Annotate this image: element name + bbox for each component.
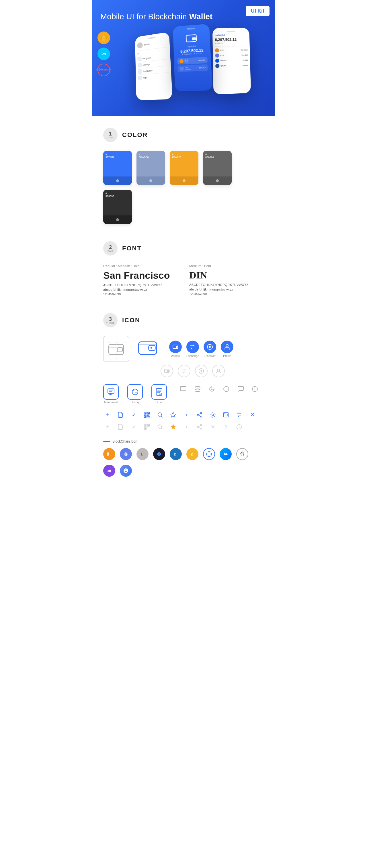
gear-icon: [209, 411, 217, 419]
svg-point-71: [200, 416, 202, 418]
font-title: FONT: [122, 245, 142, 252]
dash-icon: D: [170, 448, 182, 460]
arrow-right-grey-icon: [222, 423, 230, 431]
svg-point-48: [195, 386, 200, 388]
svg-point-69: [200, 412, 202, 414]
font-col-din: Medium ' Bold DIN ABCDEFGHIJKLMNOPQRSTUV…: [189, 264, 264, 296]
wallet-icon-colored: [138, 338, 158, 360]
swatch-blue: #3574FA: [103, 151, 132, 185]
hero-title-regular: Mobile UI for Blockchain: [101, 12, 189, 21]
phones-container: Profile All Mangment Message Real Estate: [101, 25, 266, 99]
crystal-icon: [236, 448, 248, 460]
hero-badges: Ps 60+ Screens: [97, 32, 110, 76]
svg-rect-6: [192, 37, 196, 40]
svg-point-30: [200, 370, 202, 372]
layers-icon: [193, 384, 202, 394]
zcash-icon: Z: [186, 448, 198, 460]
svg-rect-27: [167, 370, 169, 372]
icon-profile: Profile: [221, 341, 233, 358]
export-icon: [222, 411, 230, 419]
ethereum-icon: [120, 448, 132, 460]
svg-point-94: [239, 425, 239, 426]
cancel-grey-icon: ✕: [209, 423, 217, 431]
svg-rect-59: [148, 413, 149, 414]
svg-point-88: [197, 426, 199, 428]
hero-title: Mobile UI for Blockchain Wallet: [101, 11, 266, 22]
svg-line-72: [199, 413, 201, 414]
swatch-dark: #303030: [103, 190, 132, 224]
diamond-icon: [153, 448, 165, 460]
svg-line-90: [199, 425, 201, 427]
sketch-badge: [97, 32, 110, 44]
color-title: COLOR: [122, 131, 148, 138]
qr-grey-icon: [143, 423, 151, 431]
arrow-left-grey-icon: ‹: [182, 423, 190, 431]
info-icon: [250, 384, 260, 394]
svg-marker-97: [124, 452, 126, 455]
close-icon: ✕: [248, 411, 256, 419]
svg-rect-83: [145, 428, 146, 429]
star-gold-icon: [169, 423, 177, 431]
din-numbers: 1234567890: [189, 292, 264, 296]
sf-uppercase: ABCDEFGHIJKLMNOPQRSTUVWXYZ: [103, 283, 178, 287]
doc-edit-icon: [116, 411, 124, 419]
svg-marker-110: [241, 452, 244, 456]
nav-icons-group: Assets Exchange Discove: [169, 341, 233, 358]
icon-section-header: 3 THREE ICON: [103, 313, 264, 328]
share-grey-icon: [196, 423, 204, 431]
svg-point-31: [217, 369, 219, 371]
wallet-construction: Assets Exchange Discove: [103, 336, 264, 362]
din-lowercase: abcdefghijklmnopqrstuvwxyz: [189, 288, 264, 291]
font-section-header: 2 TWO FONT: [103, 241, 264, 255]
svg-marker-86: [171, 424, 176, 429]
svg-rect-60: [145, 416, 146, 417]
swap-icon: [235, 411, 243, 419]
check-icon: ✓: [130, 411, 138, 419]
svg-rect-82: [148, 425, 149, 426]
doc-grey-icon: [116, 423, 124, 431]
sf-name: San Francisco: [103, 270, 178, 281]
extra-icons-row: [178, 384, 260, 394]
hero-section: Mobile UI for Blockchain Wallet UI Kit P…: [92, 0, 275, 116]
crypto-icons-row: ₿ Ł D: [103, 448, 264, 477]
icon-discover: Discover: [204, 341, 216, 358]
section-number-1: 1 ONE: [103, 128, 117, 142]
icon-assets: Assets: [169, 341, 182, 358]
phone-right: myWallet 6,297,502.12 ▲ 423,212 BTC 738-…: [213, 28, 251, 95]
swatch-grey: #666666: [203, 151, 232, 185]
blockchain-label: BlockChain Icon: [103, 439, 264, 443]
sf-style-label: Regular ' Medium ' Bold: [103, 264, 178, 268]
grid-coin-icon: [203, 448, 215, 460]
svg-marker-4: [102, 37, 106, 41]
svg-point-24: [209, 346, 211, 348]
font-col-sf: Regular ' Medium ' Bold San Francisco AB…: [103, 264, 178, 296]
icon-section: 3 THREE ICON: [92, 302, 275, 491]
svg-text:Ł: Ł: [141, 452, 143, 456]
waves-icon: [220, 448, 232, 460]
plus-icon: +: [103, 411, 111, 419]
svg-rect-21: [176, 346, 178, 348]
arrow-left-icon: ‹: [182, 411, 190, 419]
svg-text:₿: ₿: [107, 452, 109, 456]
svg-point-49: [224, 386, 229, 392]
svg-text:D: D: [174, 452, 176, 456]
plus-grey-icon: +: [103, 423, 111, 431]
icon-exchange-grey: [178, 365, 190, 377]
utility-icons-blue: + ✓: [103, 411, 264, 419]
color-section: 1 ONE COLOR #3574FA #8DA0C8 #F5A623 #666…: [92, 116, 275, 230]
info-grey-icon: [235, 423, 243, 431]
sf-lowercase: abcdefghijklmnopqrstuvwxyz: [103, 288, 178, 291]
svg-rect-16: [139, 342, 157, 355]
star-icon: [169, 411, 177, 419]
check-grey-icon: ✓: [130, 423, 138, 431]
svg-line-91: [199, 427, 201, 429]
dot-icon: [120, 465, 132, 477]
circle-icon: [221, 384, 231, 394]
svg-line-85: [161, 428, 162, 429]
svg-point-84: [158, 425, 162, 429]
din-name: DIN: [189, 270, 264, 281]
svg-point-18: [150, 347, 152, 349]
phone-left: Profile All Mangment Message Real Estate: [135, 32, 173, 100]
chat-icon: [178, 384, 188, 394]
svg-point-87: [200, 425, 202, 426]
